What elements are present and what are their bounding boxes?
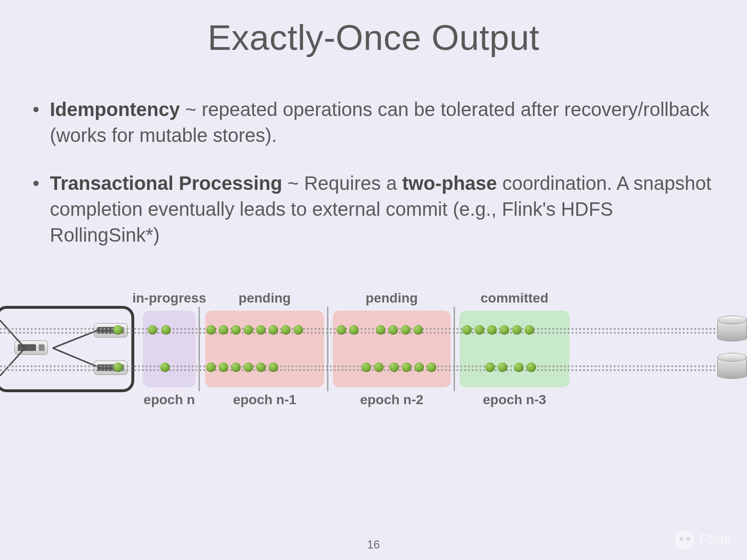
bullet-2-term: Transactional Processing: [50, 173, 282, 194]
event-dot: [293, 325, 303, 335]
stream-line: [0, 369, 747, 371]
bullet-1-term: Idempontency: [50, 99, 180, 120]
event-dot: [113, 325, 123, 335]
event-dot: [526, 362, 536, 372]
event-dot: [268, 362, 278, 372]
event-dot: [148, 325, 157, 335]
phase-status-label: pending: [366, 291, 418, 306]
epoch-label: epoch n-2: [360, 392, 423, 442]
bullet-2-mid: ~ Requires a: [282, 173, 402, 194]
epoch-separator: [327, 307, 328, 391]
event-dot: [244, 362, 253, 372]
watermark: Flink: [675, 530, 732, 549]
event-dot: [389, 362, 399, 372]
bullet-list: Idempontency ~ repeated operations can b…: [29, 96, 718, 248]
event-dot: [231, 325, 241, 335]
wechat-icon: [675, 530, 694, 549]
event-dot: [256, 325, 266, 335]
event-dot: [498, 362, 507, 372]
event-dot: [219, 325, 228, 335]
page-number: 16: [0, 538, 747, 551]
event-dot: [160, 362, 170, 372]
phase-status-label: pending: [239, 291, 291, 306]
stream-line: [0, 365, 747, 367]
event-dot: [500, 325, 509, 335]
event-dot: [244, 325, 253, 335]
event-dot: [462, 325, 472, 335]
event-dot: [161, 325, 171, 335]
event-dot: [413, 325, 423, 335]
phase-purple-0: [143, 311, 196, 387]
event-dot: [401, 325, 410, 335]
event-dot: [376, 325, 385, 335]
topology-lines: [0, 306, 139, 392]
event-dot: [113, 362, 123, 372]
event-dot: [206, 325, 216, 335]
epoch-label: epoch n-1: [233, 392, 296, 442]
event-dot: [475, 325, 484, 335]
event-dot: [414, 362, 424, 372]
epoch-label: epoch n: [143, 392, 195, 442]
event-dot: [427, 362, 436, 372]
watermark-text: Flink: [699, 531, 732, 549]
event-dot: [268, 325, 278, 335]
event-dot: [219, 362, 228, 372]
phase-pink-1: [205, 311, 324, 387]
event-dot: [206, 362, 216, 372]
event-dot: [231, 362, 241, 372]
bullet-2: Transactional Processing ~ Requires a tw…: [29, 170, 718, 248]
event-dot: [349, 325, 359, 335]
svg-line-0: [0, 320, 25, 348]
event-dot: [487, 325, 497, 335]
phase-status-label: committed: [480, 291, 549, 306]
bullet-2-bold2: two-phase: [402, 173, 497, 194]
phase-status-label: in-progress: [132, 291, 206, 306]
epoch-separator: [198, 307, 200, 391]
phase-pink-2: [333, 311, 451, 387]
event-dot: [512, 325, 522, 335]
event-dot: [281, 325, 291, 335]
epoch-label: epoch n-3: [483, 392, 546, 442]
event-dot: [256, 362, 266, 372]
epoch-separator: [454, 307, 455, 391]
phase-green-3: [459, 311, 570, 387]
database-icon: [717, 315, 747, 345]
event-dot: [337, 325, 346, 335]
event-dot: [362, 362, 371, 372]
slide-title: Exactly-Once Output: [0, 0, 747, 58]
event-dot: [485, 362, 495, 372]
event-dot: [514, 362, 524, 372]
event-dot: [402, 362, 411, 372]
event-dot: [388, 325, 398, 335]
event-dot: [525, 325, 534, 335]
epoch-diagram: in-progressepoch npendingepoch n-1pendin…: [0, 288, 747, 422]
database-icon: [717, 353, 747, 383]
svg-line-3: [53, 348, 99, 367]
stream-line: [0, 332, 747, 334]
svg-line-1: [0, 348, 25, 376]
stream-line: [0, 328, 747, 330]
bullet-1: Idempontency ~ repeated operations can b…: [29, 96, 718, 148]
event-dot: [374, 362, 384, 372]
